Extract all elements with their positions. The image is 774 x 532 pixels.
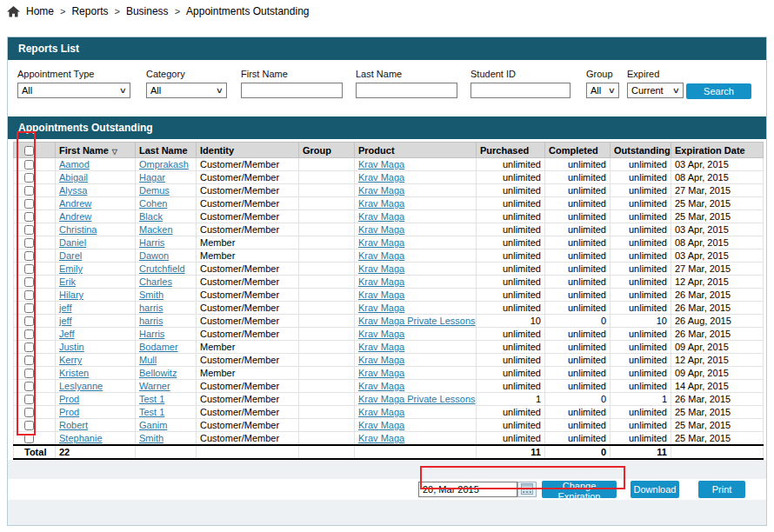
first-name-link[interactable]: Emily — [59, 263, 83, 274]
last-name-link[interactable]: Bodamer — [139, 342, 178, 352]
search-button[interactable]: Search — [686, 83, 751, 99]
row-checkbox[interactable] — [24, 316, 34, 326]
last-name-link[interactable]: harris — [139, 303, 163, 313]
product-link[interactable]: Krav Maga — [358, 420, 404, 430]
product-link[interactable]: Krav Maga — [358, 303, 404, 313]
group-select[interactable]: All ∨ — [586, 83, 619, 98]
product-link[interactable]: Krav Maga — [358, 159, 404, 170]
first-name-link[interactable]: Erik — [59, 276, 76, 287]
first-name-link[interactable]: Darel — [59, 250, 82, 261]
home-icon[interactable] — [7, 6, 20, 17]
first-name-link[interactable]: jeff — [59, 316, 71, 326]
first-name-link[interactable]: Hilary — [59, 289, 83, 300]
last-name-link[interactable]: harris — [139, 316, 163, 326]
first-name-link[interactable]: Abigail — [59, 172, 88, 183]
last-name-link[interactable]: Omprakash — [139, 159, 189, 170]
product-link[interactable]: Krav Maga Private Lessons — [358, 394, 476, 404]
select-all-checkbox[interactable] — [24, 146, 34, 156]
product-link[interactable]: Krav Maga — [358, 289, 404, 300]
category-select[interactable]: All ∨ — [146, 83, 227, 98]
product-link[interactable]: Krav Maga — [358, 276, 404, 287]
student-id-input[interactable] — [470, 83, 570, 98]
product-link[interactable]: Krav Maga — [358, 198, 404, 209]
product-link[interactable]: Krav Maga — [358, 407, 404, 417]
last-name-link[interactable]: Demus — [139, 185, 170, 196]
product-link[interactable]: Krav Maga — [358, 381, 404, 391]
column-header-purchased[interactable]: Purchased — [477, 143, 545, 158]
breadcrumb-item-reports[interactable]: Reports — [71, 5, 108, 17]
row-checkbox[interactable] — [24, 251, 34, 261]
product-link[interactable]: Krav Maga — [358, 355, 404, 365]
first-name-link[interactable]: jeff — [59, 303, 71, 313]
last-name-link[interactable]: Cohen — [139, 198, 167, 209]
calendar-icon[interactable] — [517, 482, 537, 497]
row-checkbox[interactable] — [24, 421, 34, 430]
product-link[interactable]: Krav Maga — [358, 342, 404, 352]
breadcrumb-item-home[interactable]: Home — [26, 5, 54, 17]
product-link[interactable]: Krav Maga — [358, 263, 404, 274]
last-name-link[interactable]: Bellowitz — [139, 368, 177, 378]
last-name-link[interactable]: Harris — [139, 329, 164, 339]
product-link[interactable]: Krav Maga — [358, 329, 404, 339]
last-name-link[interactable]: Macken — [139, 224, 173, 235]
last-name-link[interactable]: Smith — [139, 433, 163, 443]
last-name-input[interactable] — [356, 83, 457, 98]
row-checkbox[interactable] — [24, 160, 34, 170]
first-name-link[interactable]: Andrew — [59, 211, 91, 222]
column-header-last-name[interactable]: Last Name — [136, 143, 197, 158]
row-checkbox[interactable] — [24, 225, 34, 235]
last-name-link[interactable]: Ganim — [139, 420, 167, 430]
appointment-type-select[interactable]: All ∨ — [17, 83, 130, 98]
first-name-link[interactable]: Justin — [59, 342, 84, 352]
sort-descending-icon[interactable]: ▽ — [112, 148, 117, 156]
first-name-link[interactable]: Robert — [59, 420, 88, 430]
last-name-link[interactable]: Harris — [139, 237, 164, 248]
last-name-link[interactable]: Crutchfield — [139, 263, 185, 274]
first-name-link[interactable]: Kristen — [59, 368, 89, 378]
row-checkbox[interactable] — [24, 199, 34, 209]
last-name-link[interactable]: Dawon — [139, 250, 169, 261]
product-link[interactable]: Krav Maga — [358, 433, 404, 443]
column-header-expiration-date[interactable]: Expiration Date — [671, 143, 764, 158]
row-checkbox[interactable] — [24, 329, 34, 339]
last-name-link[interactable]: Hagar — [139, 172, 165, 183]
last-name-link[interactable]: Mull — [139, 355, 157, 365]
first-name-link[interactable]: Alyssa — [59, 185, 87, 196]
column-header-product[interactable]: Product — [355, 143, 477, 158]
first-name-link[interactable]: Christina — [59, 224, 97, 235]
first-name-link[interactable]: Prod — [59, 407, 79, 417]
change-expiration-button[interactable]: Change Expiration — [542, 481, 617, 498]
breadcrumb-item-business[interactable]: Business — [126, 5, 169, 17]
first-name-link[interactable]: Jeff — [59, 329, 75, 339]
print-button[interactable]: Print — [698, 481, 745, 498]
first-name-link[interactable]: Andrew — [59, 198, 91, 209]
download-button[interactable]: Download — [631, 481, 679, 498]
row-checkbox[interactable] — [24, 342, 34, 352]
row-checkbox[interactable] — [24, 303, 34, 313]
row-checkbox[interactable] — [24, 395, 34, 404]
row-checkbox[interactable] — [24, 434, 34, 443]
product-link[interactable]: Krav Maga — [358, 250, 404, 261]
row-checkbox[interactable] — [24, 212, 34, 222]
first-name-input[interactable] — [241, 83, 343, 98]
product-link[interactable]: Krav Maga Private Lessons — [358, 316, 476, 326]
first-name-link[interactable]: Stephanie — [59, 433, 103, 443]
column-header-identity[interactable]: Identity — [197, 143, 299, 158]
first-name-link[interactable]: Daniel — [59, 237, 86, 248]
last-name-link[interactable]: Black — [139, 211, 163, 222]
column-header-group[interactable]: Group — [299, 143, 355, 158]
last-name-link[interactable]: Test 1 — [139, 394, 164, 404]
row-checkbox[interactable] — [24, 290, 34, 300]
first-name-link[interactable]: Leslyanne — [59, 381, 103, 391]
product-link[interactable]: Krav Maga — [358, 172, 404, 183]
last-name-link[interactable]: Test 1 — [139, 407, 164, 417]
product-link[interactable]: Krav Maga — [358, 185, 404, 196]
product-link[interactable]: Krav Maga — [358, 224, 404, 235]
row-checkbox[interactable] — [24, 382, 34, 391]
product-link[interactable]: Krav Maga — [358, 211, 404, 222]
column-header-outstanding[interactable]: Outstanding — [611, 143, 671, 158]
row-checkbox[interactable] — [24, 173, 34, 183]
first-name-link[interactable]: Prod — [59, 394, 79, 404]
row-checkbox[interactable] — [24, 238, 34, 248]
column-header-completed[interactable]: Completed — [545, 143, 611, 158]
